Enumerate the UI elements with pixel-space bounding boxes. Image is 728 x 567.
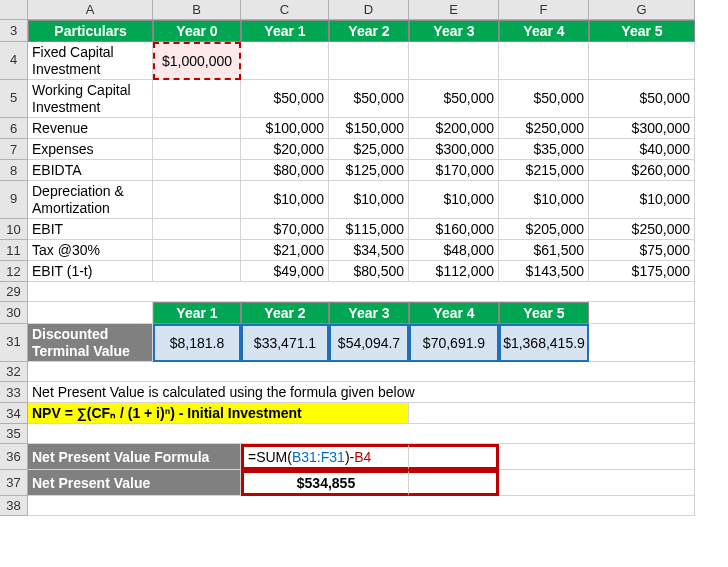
npv-formula-cell[interactable]: =SUM(B31:F31)-B4 bbox=[241, 444, 409, 470]
dtv-y4[interactable]: $70,691.9 bbox=[409, 324, 499, 362]
ebidta-y1[interactable]: $80,000 bbox=[241, 160, 329, 181]
dtv-y1[interactable]: $8,181.8 bbox=[153, 324, 241, 362]
row-31[interactable]: 31 bbox=[0, 324, 28, 362]
wc-y1[interactable]: $50,000 bbox=[241, 80, 329, 118]
blank-cell[interactable] bbox=[153, 261, 241, 282]
blank-cell[interactable] bbox=[153, 219, 241, 240]
npv-description[interactable]: Net Present Value is calculated using th… bbox=[28, 382, 695, 403]
ebit-y4[interactable]: $205,000 bbox=[499, 219, 589, 240]
row-36[interactable]: 36 bbox=[0, 444, 28, 470]
sec2-y2[interactable]: Year 2 bbox=[241, 302, 329, 324]
dtv-y2[interactable]: $33,471.1 bbox=[241, 324, 329, 362]
row-10[interactable]: 10 bbox=[0, 219, 28, 240]
ebit1t-y1[interactable]: $49,000 bbox=[241, 261, 329, 282]
npv-formula-text[interactable]: NPV = ∑(CFₙ / (1 + i)ⁿ) - Initial Invest… bbox=[28, 403, 409, 424]
col-A[interactable]: A bbox=[28, 0, 153, 20]
blank-row[interactable] bbox=[28, 282, 695, 302]
row-12[interactable]: 12 bbox=[0, 261, 28, 282]
label-working[interactable]: Working Capital Investment bbox=[28, 80, 153, 118]
exp-y2[interactable]: $25,000 bbox=[329, 139, 409, 160]
col-E[interactable]: E bbox=[409, 0, 499, 20]
exp-y3[interactable]: $300,000 bbox=[409, 139, 499, 160]
ebidta-y2[interactable]: $125,000 bbox=[329, 160, 409, 181]
label-revenue[interactable]: Revenue bbox=[28, 118, 153, 139]
label-expenses[interactable]: Expenses bbox=[28, 139, 153, 160]
da-y5[interactable]: $10,000 bbox=[589, 181, 695, 219]
rev-y4[interactable]: $250,000 bbox=[499, 118, 589, 139]
ebidta-y4[interactable]: $215,000 bbox=[499, 160, 589, 181]
row-3[interactable]: 3 bbox=[0, 20, 28, 42]
blank-cell[interactable] bbox=[409, 403, 695, 424]
da-y1[interactable]: $10,000 bbox=[241, 181, 329, 219]
spreadsheet[interactable]: A B C D E F G 3 Particulars Year 0 Year … bbox=[0, 0, 728, 516]
row-34[interactable]: 34 bbox=[0, 403, 28, 424]
col-G[interactable]: G bbox=[589, 0, 695, 20]
hdr-y3[interactable]: Year 3 bbox=[409, 20, 499, 42]
blank-cell[interactable] bbox=[153, 160, 241, 181]
label-da[interactable]: Depreciation & Amortization bbox=[28, 181, 153, 219]
hdr-y5[interactable]: Year 5 bbox=[589, 20, 695, 42]
ebit1t-y5[interactable]: $175,000 bbox=[589, 261, 695, 282]
fixed-capital-value[interactable]: $1,000,000 bbox=[153, 42, 241, 80]
tax-y1[interactable]: $21,000 bbox=[241, 240, 329, 261]
ebit-y2[interactable]: $115,000 bbox=[329, 219, 409, 240]
npv-value-label[interactable]: Net Present Value bbox=[28, 470, 241, 496]
hdr-y4[interactable]: Year 4 bbox=[499, 20, 589, 42]
ebit1t-y4[interactable]: $143,500 bbox=[499, 261, 589, 282]
sec2-y3[interactable]: Year 3 bbox=[329, 302, 409, 324]
hdr-y1[interactable]: Year 1 bbox=[241, 20, 329, 42]
row-6[interactable]: 6 bbox=[0, 118, 28, 139]
hdr-y2[interactable]: Year 2 bbox=[329, 20, 409, 42]
ebit-y3[interactable]: $160,000 bbox=[409, 219, 499, 240]
blank-cell[interactable] bbox=[589, 302, 695, 324]
row-29[interactable]: 29 bbox=[0, 282, 28, 302]
npv-formula-label[interactable]: Net Present Value Formula bbox=[28, 444, 241, 470]
tax-y4[interactable]: $61,500 bbox=[499, 240, 589, 261]
rev-y5[interactable]: $300,000 bbox=[589, 118, 695, 139]
row-38[interactable]: 38 bbox=[0, 496, 28, 516]
label-fixed[interactable]: Fixed Capital Investment bbox=[28, 42, 153, 80]
blank-row[interactable] bbox=[28, 362, 695, 382]
hdr-y0[interactable]: Year 0 bbox=[153, 20, 241, 42]
wc-y2[interactable]: $50,000 bbox=[329, 80, 409, 118]
hdr-particulars[interactable]: Particulars bbox=[28, 20, 153, 42]
dtv-y5[interactable]: $1,368,415.9 bbox=[499, 324, 589, 362]
blank-cell[interactable] bbox=[499, 42, 589, 80]
blank-cell[interactable] bbox=[409, 470, 499, 496]
row-32[interactable]: 32 bbox=[0, 362, 28, 382]
row-4[interactable]: 4 bbox=[0, 42, 28, 80]
blank-cell[interactable] bbox=[153, 181, 241, 219]
tax-y5[interactable]: $75,000 bbox=[589, 240, 695, 261]
col-D[interactable]: D bbox=[329, 0, 409, 20]
row-7[interactable]: 7 bbox=[0, 139, 28, 160]
wc-y5[interactable]: $50,000 bbox=[589, 80, 695, 118]
col-C[interactable]: C bbox=[241, 0, 329, 20]
ebit-y5[interactable]: $250,000 bbox=[589, 219, 695, 240]
exp-y1[interactable]: $20,000 bbox=[241, 139, 329, 160]
sec2-y1[interactable]: Year 1 bbox=[153, 302, 241, 324]
tax-y2[interactable]: $34,500 bbox=[329, 240, 409, 261]
wc-y3[interactable]: $50,000 bbox=[409, 80, 499, 118]
label-ebidta[interactable]: EBIDTA bbox=[28, 160, 153, 181]
blank-cell[interactable] bbox=[589, 42, 695, 80]
blank-cell[interactable] bbox=[153, 80, 241, 118]
row-37[interactable]: 37 bbox=[0, 470, 28, 496]
blank-cell[interactable] bbox=[329, 42, 409, 80]
rev-y1[interactable]: $100,000 bbox=[241, 118, 329, 139]
wc-y4[interactable]: $50,000 bbox=[499, 80, 589, 118]
row-35[interactable]: 35 bbox=[0, 424, 28, 444]
ebidta-y3[interactable]: $170,000 bbox=[409, 160, 499, 181]
blank-cell[interactable] bbox=[153, 118, 241, 139]
row-11[interactable]: 11 bbox=[0, 240, 28, 261]
blank-cell[interactable] bbox=[153, 240, 241, 261]
ebidta-y5[interactable]: $260,000 bbox=[589, 160, 695, 181]
da-y3[interactable]: $10,000 bbox=[409, 181, 499, 219]
row-9[interactable]: 9 bbox=[0, 181, 28, 219]
row-33[interactable]: 33 bbox=[0, 382, 28, 403]
row-30[interactable]: 30 bbox=[0, 302, 28, 324]
blank-cell[interactable] bbox=[589, 324, 695, 362]
dtv-y3[interactable]: $54,094.7 bbox=[329, 324, 409, 362]
blank-cell[interactable] bbox=[153, 139, 241, 160]
exp-y4[interactable]: $35,000 bbox=[499, 139, 589, 160]
blank-row[interactable] bbox=[28, 496, 695, 516]
